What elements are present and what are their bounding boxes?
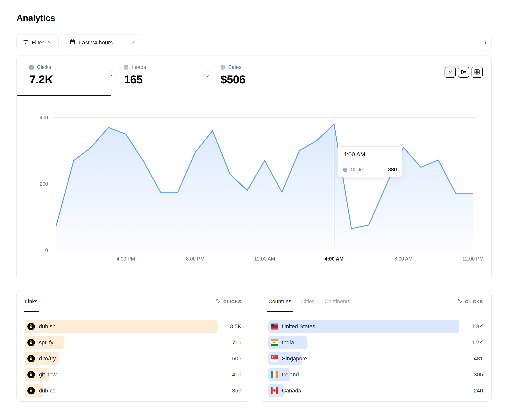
leads-value: 165 — [124, 73, 208, 86]
metric-tabs: Clicks 7.2K Leads 165 Sales $506 — [17, 56, 491, 96]
kebab-icon — [483, 39, 488, 46]
svg-text:8:00 PM: 8:00 PM — [186, 256, 204, 261]
leads-swatch-icon — [124, 65, 128, 70]
breakdown-panels: Links CLICKS dub.sh3.5Kspti.fyi716d.to/t… — [16, 291, 492, 402]
list-item-label: Ireland — [282, 371, 299, 378]
svg-text:12:00 PM: 12:00 PM — [462, 256, 483, 261]
clicks-swatch-icon — [343, 168, 347, 172]
list-item-value: 3.5K — [222, 323, 241, 330]
links-metric-header[interactable]: CLICKS — [216, 298, 241, 305]
list-item-value: 305 — [464, 371, 483, 378]
sales-swatch-icon — [221, 65, 225, 70]
next-metric-button[interactable] — [203, 71, 212, 80]
list-item-label: dub.sh — [39, 323, 56, 330]
list-item-value: 410 — [222, 371, 241, 378]
tooltip-value: 380 — [388, 167, 397, 173]
in-flag-icon — [271, 339, 278, 346]
svg-text:12:00 AM: 12:00 AM — [254, 256, 275, 261]
list-item-label: d.to/try — [39, 355, 56, 362]
tab-clicks[interactable]: Clicks 7.2K — [17, 56, 111, 96]
chevron-down-icon — [131, 39, 136, 46]
funnel-right-icon — [460, 69, 467, 76]
chart-view-toggles — [445, 66, 483, 78]
list-item-label: Singapore — [282, 355, 307, 362]
filter-button-label: Filter — [32, 39, 44, 46]
chevron-down-icon — [47, 39, 52, 46]
next-metric-button[interactable] — [107, 71, 116, 80]
svg-text:400: 400 — [40, 115, 48, 120]
list-item[interactable]: d.to/try606 — [25, 352, 241, 365]
page-title: Analytics — [16, 13, 492, 23]
sg-flag-icon — [271, 355, 278, 362]
list-item-bar-track: Canada — [268, 384, 459, 397]
date-range-button[interactable]: Last 24 hours — [64, 34, 142, 51]
dub-logo-icon — [27, 371, 35, 378]
metric-label: Sales — [228, 64, 242, 70]
list-item[interactable]: Ireland305 — [268, 368, 483, 381]
tab-cities[interactable]: Cities — [301, 291, 315, 312]
list-item[interactable]: dub.sh3.5K — [25, 320, 241, 333]
dub-logo-icon — [27, 355, 35, 362]
svg-text:0: 0 — [45, 247, 48, 253]
line-chart-view-button[interactable] — [445, 66, 456, 78]
tab-continents[interactable]: Continents — [325, 291, 350, 312]
list-item-label: Canada — [282, 388, 301, 394]
list-item[interactable]: spti.fyi716 — [25, 336, 241, 349]
list-item[interactable]: Canada240 — [268, 384, 483, 397]
chevron-right-icon — [206, 73, 210, 79]
list-item-value: 1.8K — [464, 323, 483, 330]
links-panel-header: Links CLICKS — [17, 291, 250, 312]
chart-tooltip: 4:00 AM Clicks 380 — [338, 146, 402, 177]
list-item[interactable]: dub.co350 — [25, 384, 241, 397]
svg-text:4:00 PM: 4:00 PM — [116, 256, 135, 261]
cursor-click-icon — [216, 298, 221, 305]
grid-table-icon — [474, 69, 480, 76]
list-item-bar-track: Ireland — [268, 368, 459, 381]
tab-label: Links — [25, 298, 37, 305]
table-view-button[interactable] — [471, 66, 483, 78]
list-item-bar-track: India — [268, 336, 459, 349]
analytics-chart-card: Clicks 7.2K Leads 165 Sales $506 — [16, 55, 492, 280]
list-item-value: 350 — [222, 388, 241, 394]
list-item-value: 716 — [222, 339, 241, 346]
countries-panel: Countries Cities Continents — [260, 291, 492, 402]
toolbar: Filter Last 24 hours — [16, 34, 492, 51]
svg-text:4:00 AM: 4:00 AM — [325, 256, 344, 261]
metric-header-label: CLICKS — [465, 299, 483, 304]
list-item-value: 240 — [464, 388, 483, 394]
tab-countries[interactable]: Countries — [268, 291, 291, 312]
list-item-bar-track: dub.co — [25, 384, 218, 397]
list-item[interactable]: git.new410 — [25, 368, 241, 381]
list-item-label: git.new — [39, 371, 57, 378]
date-range-label: Last 24 hours — [79, 39, 113, 46]
clicks-area-chart[interactable]: 02004004:00 PM8:00 PM12:00 AM4:00 AM8:00… — [25, 108, 483, 266]
tab-leads[interactable]: Leads 165 — [111, 56, 208, 96]
list-item-bar-track: git.new — [25, 368, 218, 381]
more-options-button[interactable] — [479, 35, 492, 51]
list-item-label: spti.fyi — [39, 339, 54, 346]
funnel-view-button[interactable] — [458, 66, 469, 78]
clicks-value: 7.2K — [29, 73, 111, 86]
svg-text:200: 200 — [40, 181, 48, 187]
list-item-value: 481 — [464, 355, 483, 362]
tab-links[interactable]: Links — [25, 291, 37, 312]
list-item-value: 606 — [222, 355, 241, 362]
countries-metric-header[interactable]: CLICKS — [457, 298, 483, 305]
list-item-value: 1.2K — [464, 339, 483, 346]
list-item[interactable]: United States1.8K — [268, 320, 483, 333]
tab-label: Continents — [325, 298, 350, 305]
links-panel: Links CLICKS dub.sh3.5Kspti.fyi716d.to/t… — [16, 291, 250, 402]
us-flag-icon — [271, 323, 278, 330]
list-item-bar-track: d.to/try — [25, 352, 218, 365]
filter-icon — [22, 39, 29, 46]
cursor-click-icon — [457, 298, 463, 305]
ie-flag-icon — [271, 371, 278, 378]
tooltip-time: 4:00 AM — [338, 147, 402, 162]
clicks-swatch-icon — [29, 65, 34, 70]
analytics-page: Analytics Filter Last 24 hours — [0, 0, 508, 402]
list-item-label: India — [282, 339, 294, 346]
list-item-label: dub.co — [39, 388, 56, 394]
filter-button[interactable]: Filter — [16, 34, 59, 51]
list-item[interactable]: Singapore481 — [268, 352, 483, 365]
list-item[interactable]: India1.2K — [268, 336, 483, 349]
